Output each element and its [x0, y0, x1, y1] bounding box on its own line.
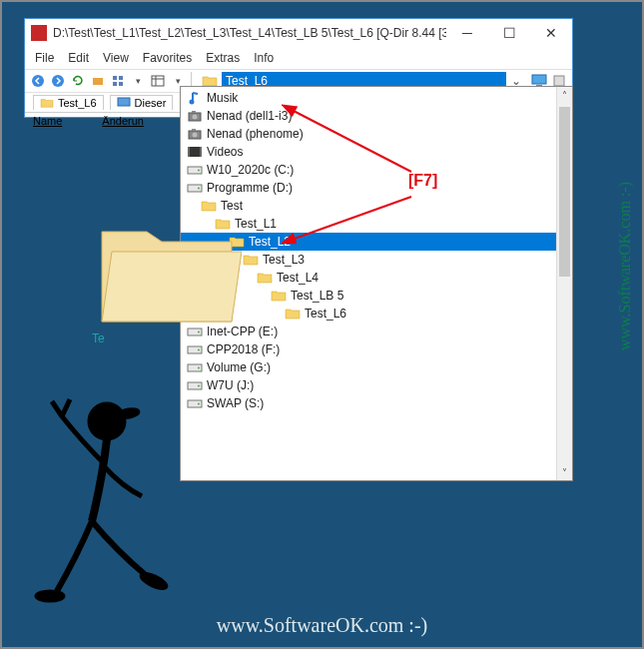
svg-rect-21: [188, 147, 202, 157]
tree-item-label: Musik: [207, 91, 238, 105]
tree-item-label: Nenad (dell1-i3): [207, 109, 292, 123]
tree-item[interactable]: CPP2018 (F:): [181, 340, 556, 358]
refresh-button[interactable]: [69, 72, 87, 90]
tree-item-label: W7U (J:): [207, 378, 254, 392]
menu-favorites[interactable]: Favorites: [143, 51, 192, 65]
svg-rect-17: [192, 111, 196, 113]
svg-rect-7: [152, 76, 164, 86]
tree-item-label: CPP2018 (F:): [207, 342, 280, 356]
tool-button-1[interactable]: [89, 72, 107, 90]
svg-rect-3: [113, 76, 117, 80]
minimize-button[interactable]: ─: [446, 19, 488, 47]
scrollbar[interactable]: ˄ ˅: [556, 87, 572, 480]
svg-point-0: [32, 75, 44, 87]
tree-item-label: Test_L4: [277, 271, 319, 285]
svg-point-16: [193, 115, 198, 120]
scroll-thumb[interactable]: [559, 107, 570, 277]
svg-point-1: [52, 75, 64, 87]
svg-rect-10: [532, 75, 546, 84]
tree-item-label: SWAP (S:): [207, 396, 264, 410]
svg-rect-2: [93, 78, 103, 85]
tree-item[interactable]: Volume (G:): [181, 358, 556, 376]
menu-extras[interactable]: Extras: [206, 51, 240, 65]
tree-item-label: Test_L2: [249, 235, 291, 249]
tree-item[interactable]: Nenad (phenome): [181, 125, 556, 143]
large-folder-icon: [92, 202, 242, 331]
tree-item-label: W10_2020c (C:): [207, 163, 294, 177]
svg-rect-4: [119, 76, 123, 80]
svg-point-19: [193, 133, 198, 138]
back-button[interactable]: [29, 72, 47, 90]
tree-item[interactable]: Programme (D:): [181, 179, 556, 197]
menubar: File Edit View Favorites Extras Info: [25, 47, 572, 69]
computer-icon: [117, 97, 131, 109]
close-button[interactable]: ✕: [530, 19, 572, 47]
svg-rect-5: [113, 82, 117, 86]
svg-point-33: [198, 367, 200, 369]
forward-button[interactable]: [49, 72, 67, 90]
menu-edit[interactable]: Edit: [68, 51, 89, 65]
svg-point-31: [198, 349, 200, 351]
tool-button-2[interactable]: [109, 72, 127, 90]
tree-item[interactable]: Videos: [181, 143, 556, 161]
tree-item-label: Videos: [207, 145, 243, 159]
svg-point-25: [198, 170, 200, 172]
tree-item[interactable]: W7U (J:): [181, 376, 556, 394]
svg-rect-22: [188, 147, 190, 157]
annotation-text: [F7]: [408, 172, 437, 190]
watermark-side: www.SoftwareOK.com :-): [616, 182, 634, 350]
svg-point-42: [36, 591, 64, 601]
window-title: D:\Test\Test_L1\Test_L2\Test_L3\Test_L4\…: [53, 26, 446, 40]
tree-item-label: Nenad (phenome): [207, 127, 304, 141]
tree-item-label: Volume (G:): [207, 360, 271, 374]
tree-item-label: Test_L6: [305, 307, 346, 321]
tab-label: Dieser: [135, 97, 167, 109]
tab-test-l6[interactable]: Test_L6: [33, 95, 104, 110]
tree-item[interactable]: Nenad (dell1-i3): [181, 107, 556, 125]
svg-point-43: [139, 571, 169, 592]
app-icon: [31, 25, 47, 41]
tree-item[interactable]: W10_2020c (C:): [181, 161, 556, 179]
svg-rect-13: [118, 98, 130, 106]
tool-dropdown-1[interactable]: ▾: [129, 72, 147, 90]
view-button[interactable]: [149, 72, 167, 90]
tree-item[interactable]: Musik: [181, 89, 556, 107]
svg-point-40: [89, 403, 125, 439]
tab-dieser[interactable]: Dieser: [110, 95, 174, 110]
menu-file[interactable]: File: [35, 51, 54, 65]
svg-rect-20: [192, 129, 196, 131]
scroll-down-button[interactable]: ˅: [557, 464, 572, 480]
svg-point-27: [198, 188, 200, 190]
menu-info[interactable]: Info: [254, 51, 274, 65]
tab-label: Test_L6: [58, 97, 97, 109]
maximize-button[interactable]: ☐: [488, 19, 530, 47]
watermark-bottom: www.SoftwareOK.com :-): [2, 614, 642, 637]
tree-item-label: Test_LB 5: [291, 289, 343, 303]
titlebar[interactable]: D:\Test\Test_L1\Test_L2\Test_L3\Test_L4\…: [25, 19, 572, 47]
svg-rect-6: [119, 82, 123, 86]
folder-icon: [40, 97, 54, 109]
svg-point-14: [190, 100, 195, 105]
tree-item-label: Programme (D:): [207, 181, 293, 195]
tree-item[interactable]: SWAP (S:): [181, 394, 556, 412]
column-modified[interactable]: Änderun: [102, 115, 144, 127]
column-name[interactable]: Name: [33, 115, 62, 127]
svg-rect-12: [554, 76, 564, 86]
tree-item-label: Test_L3: [263, 253, 305, 267]
menu-view[interactable]: View: [103, 51, 129, 65]
stick-figure-icon: [22, 391, 202, 621]
svg-point-35: [198, 385, 200, 387]
svg-rect-23: [200, 147, 202, 157]
scroll-up-button[interactable]: ˄: [557, 87, 572, 103]
folder-caption: Te: [92, 331, 105, 345]
